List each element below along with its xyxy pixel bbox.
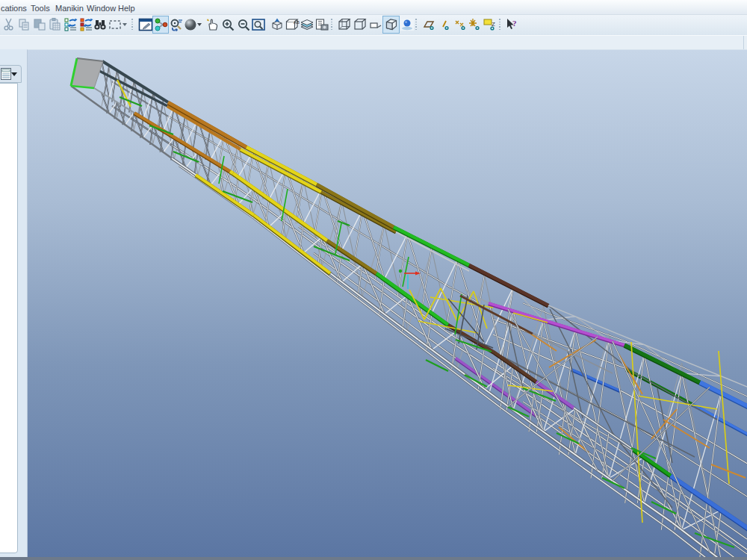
svg-text:?: ? — [512, 19, 517, 28]
svg-text:AB: AB — [294, 20, 300, 25]
